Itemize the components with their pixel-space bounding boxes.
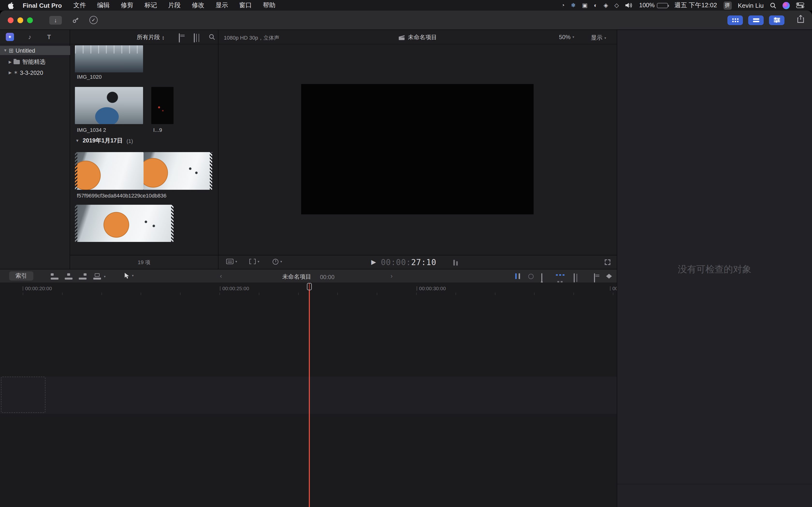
zoom-level-label: 50%: [559, 34, 570, 41]
clip-thumbnail-img-1034-2[interactable]: [75, 87, 143, 124]
chevron-down-icon[interactable]: ▾: [104, 275, 106, 279]
control-center-icon[interactable]: [796, 2, 804, 8]
sidebar-item-event[interactable]: ▶ ✶ 3-3-2020: [0, 68, 70, 77]
menu-clip[interactable]: 片段: [168, 1, 181, 10]
menu-help[interactable]: 帮助: [263, 1, 275, 10]
clip-drop-placeholder[interactable]: [1, 377, 45, 413]
append-edit-button[interactable]: [79, 273, 87, 280]
list-lines-icon: [179, 33, 180, 43]
previous-project-button[interactable]: ‹: [220, 272, 222, 280]
playhead-handle[interactable]: [307, 283, 311, 290]
play-button[interactable]: ▶: [371, 258, 376, 266]
skimming-toggle-button[interactable]: [515, 273, 521, 279]
trim-options-popup[interactable]: ▾: [249, 259, 259, 264]
insert-edit-button[interactable]: [65, 273, 72, 280]
next-project-button[interactable]: ›: [391, 272, 393, 280]
clip-appearance-popup[interactable]: ▾: [226, 259, 237, 264]
filmstrip-view-button[interactable]: [194, 34, 195, 43]
sidebar-item-library-untitled[interactable]: ▼ ⊞ Untitled: [0, 46, 70, 55]
volume-icon[interactable]: [625, 2, 633, 8]
ruler-label-partial: 00: [612, 285, 617, 291]
apple-menu-icon[interactable]: [8, 2, 14, 9]
clip-thumbnail-snow-1[interactable]: [75, 152, 144, 190]
titles-generators-tab[interactable]: T: [45, 33, 53, 41]
event-star-icon: ✶: [13, 69, 18, 76]
show-timeline-button[interactable]: [748, 15, 764, 25]
menu-trim[interactable]: 修剪: [121, 1, 134, 10]
status-icon-1[interactable]: ◔: [561, 2, 565, 9]
clip-filter-popup[interactable]: 所有片段 ▴▾: [137, 33, 164, 42]
user-menu[interactable]: Kevin Liu: [738, 2, 764, 9]
timecode-hours-minutes: 00:00:: [381, 258, 411, 267]
disclosure-expanded-icon[interactable]: ▼: [3, 48, 8, 53]
import-media-button[interactable]: ↓: [49, 16, 62, 24]
menu-bar-status-area: ◔ ❄ ▣ ◐ ◈ ◇ 100% 週五 下午12:02 拼 Kevin Liu: [561, 1, 804, 10]
browser-status-bar: 19 项: [70, 255, 218, 269]
timeline-project-time: 00:00: [320, 274, 335, 280]
spotlight-icon[interactable]: [770, 2, 776, 8]
audio-skimming-toggle-button[interactable]: [528, 274, 534, 279]
status-icon-6[interactable]: ◇: [614, 2, 619, 9]
photos-audio-tab[interactable]: ♪: [26, 33, 34, 41]
status-icon-5[interactable]: ◈: [604, 2, 608, 9]
video-canvas: [301, 84, 534, 214]
keyword-editor-button[interactable]: [71, 16, 80, 24]
siri-icon[interactable]: [782, 2, 790, 9]
app-menu-title[interactable]: Final Cut Pro: [23, 2, 62, 9]
overwrite-edit-button[interactable]: [93, 273, 101, 280]
clip-thumbnail-snow-2[interactable]: [144, 152, 212, 190]
zoom-popup[interactable]: 50% ▾: [559, 34, 574, 41]
menu-modify[interactable]: 修改: [192, 1, 204, 10]
browser-header: 所有片段 ▴▾: [70, 30, 218, 44]
clip-thumbnail-dark[interactable]: [151, 87, 173, 124]
browser-search-button[interactable]: [209, 33, 215, 42]
show-browser-button[interactable]: [727, 15, 743, 25]
primary-storyline: [0, 377, 617, 414]
audio-meters-button[interactable]: [453, 260, 458, 266]
zoom-window-button[interactable]: [27, 17, 33, 23]
playhead-line[interactable]: [309, 283, 310, 507]
clip-appearance-settings-button[interactable]: [594, 273, 595, 282]
chevron-down-icon: ▾: [132, 274, 134, 278]
clip-name-label: f57f9699cf3eda8440b1229ce10db836: [77, 193, 166, 199]
browser-grid-icon: [732, 18, 738, 22]
timeline-grid-button[interactable]: [574, 273, 575, 282]
menu-window[interactable]: 窗口: [239, 1, 252, 10]
menu-file[interactable]: 文件: [73, 1, 86, 10]
timeline-project-name: 未命名项目: [282, 273, 311, 281]
clip-appearance-button[interactable]: [179, 34, 180, 43]
share-button[interactable]: [797, 15, 804, 25]
chevron-down-icon: ▾: [604, 36, 606, 40]
connect-edit-button[interactable]: [51, 273, 58, 280]
clip-thumbnail-img-1020[interactable]: [75, 45, 143, 72]
battery-indicator[interactable]: 100%: [639, 2, 668, 9]
retime-popup[interactable]: ▾: [272, 259, 282, 265]
status-icon-2[interactable]: ❄: [571, 2, 576, 9]
date-section-header[interactable]: ▼ 2019年1月17日 (1): [75, 137, 133, 145]
status-icon-4[interactable]: ◐: [594, 2, 597, 9]
disclosure-collapsed-icon[interactable]: ▶: [8, 60, 12, 64]
clip-thumbnail-snow-3[interactable]: [75, 205, 173, 242]
close-window-button[interactable]: [8, 17, 13, 23]
show-inspector-button[interactable]: [769, 15, 784, 25]
index-button-label: 索引: [15, 272, 27, 280]
solo-toggle-button[interactable]: [541, 273, 542, 282]
filmstrip-icon: [194, 33, 195, 43]
tool-selector-popup[interactable]: ▾: [124, 272, 134, 279]
clips-library-tab[interactable]: ✦: [6, 33, 14, 41]
status-icon-3[interactable]: ▣: [582, 2, 588, 9]
menu-view[interactable]: 显示: [215, 1, 228, 10]
disclosure-expanded-icon[interactable]: ▼: [75, 138, 80, 143]
clock[interactable]: 週五 下午12:02: [674, 1, 717, 10]
fullscreen-button[interactable]: [604, 259, 611, 268]
timeline-toolbar: 索引 ▾ ▾ ‹ 未命名项目 00:00 ›: [0, 269, 617, 282]
timeline-index-button[interactable]: 索引: [9, 271, 33, 281]
view-popup[interactable]: 显示 ▾: [591, 34, 606, 42]
disclosure-collapsed-icon[interactable]: ▶: [8, 70, 12, 75]
menu-edit[interactable]: 编辑: [97, 1, 110, 10]
sidebar-item-smart-collections[interactable]: ▶ 智能精选: [0, 57, 70, 67]
background-tasks-button[interactable]: ✓: [89, 16, 98, 24]
minimize-window-button[interactable]: [17, 17, 23, 23]
input-method-badge[interactable]: 拼: [723, 1, 731, 9]
menu-mark[interactable]: 标记: [145, 1, 157, 10]
